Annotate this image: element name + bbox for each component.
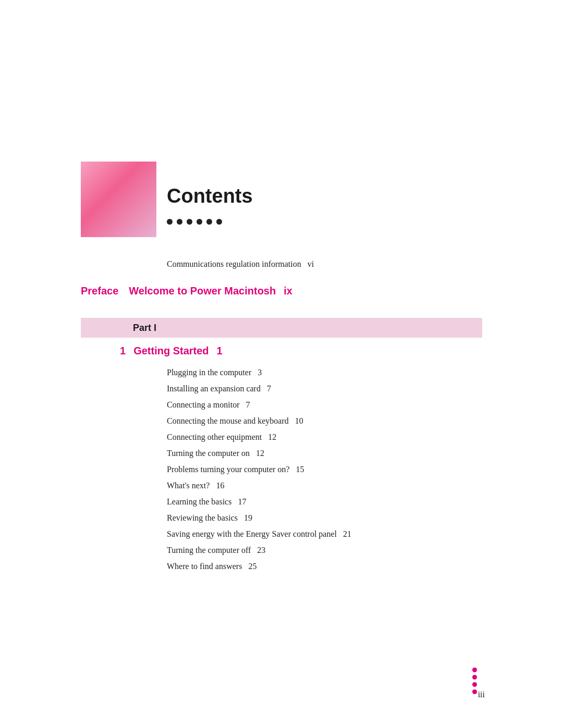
chapter-number: 1 [120, 345, 126, 357]
toc-entry-11-text: Turning the computer off [167, 546, 251, 555]
toc-entry-3-text: Connecting the mouse and keyboard [167, 416, 289, 426]
toc-entry-7-page: 16 [216, 481, 224, 490]
chapter-title: Getting Started [133, 345, 209, 357]
dot-1 [167, 219, 173, 225]
toc-entry-4: Connecting other equipment 12 [167, 433, 276, 442]
toc-entry-9-text: Reviewing the basics [167, 513, 238, 523]
dot-4 [197, 219, 202, 225]
toc-entry-3: Connecting the mouse and keyboard 10 [167, 416, 303, 426]
toc-entry-6-page: 15 [296, 465, 304, 474]
toc-entry-1-page: 7 [267, 384, 271, 393]
bottom-dot-3 [472, 682, 477, 687]
toc-entry-1-text: Installing an expansion card [167, 384, 261, 393]
page-number: iii [478, 690, 485, 699]
toc-entry-1: Installing an expansion card 7 [167, 384, 271, 393]
toc-entry-11: Turning the computer off 23 [167, 546, 265, 555]
toc-entry-0-text: Plugging in the computer [167, 368, 251, 377]
toc-entry-8-text: Learning the basics [167, 497, 231, 507]
bottom-dots-decoration [472, 668, 477, 694]
toc-entry-2: Connecting a monitor 7 [167, 400, 250, 410]
toc-entry-4-page: 12 [268, 433, 276, 442]
toc-entry-4-text: Connecting other equipment [167, 433, 262, 442]
toc-entry-5: Turning the computer on 12 [167, 449, 264, 458]
toc-communications-page: vi [308, 260, 314, 269]
page-container: Contents Communications regulation infor… [0, 0, 563, 728]
dot-2 [177, 219, 182, 225]
toc-entry-3-page: 10 [295, 416, 303, 426]
toc-entry-12-text: Where to find answers [167, 562, 242, 571]
dot-3 [187, 219, 192, 225]
dot-6 [216, 219, 222, 225]
toc-entry-6: Problems turning your computer on? 15 [167, 465, 304, 474]
toc-entry-8-page: 17 [238, 497, 246, 507]
chapter-page: 1 [217, 345, 223, 357]
preface-title: Welcome to Power Macintosh [129, 285, 276, 297]
toc-entry-10-page: 21 [343, 529, 351, 539]
page-title: Contents [167, 185, 253, 207]
toc-entry-10-text: Saving energy with the Energy Saver cont… [167, 529, 337, 539]
toc-entry-2-page: 7 [246, 400, 250, 410]
part-label: Part I [133, 323, 156, 334]
toc-entry-10: Saving energy with the Energy Saver cont… [167, 529, 351, 539]
toc-entry-11-page: 23 [257, 546, 265, 555]
bottom-dot-1 [472, 668, 477, 672]
toc-entry-6-text: Problems turning your computer on? [167, 465, 290, 474]
toc-entry-9-page: 19 [244, 513, 252, 523]
decorative-square [81, 162, 156, 237]
bottom-dot-4 [472, 689, 477, 694]
toc-entry-7-text: What's next? [167, 481, 210, 490]
toc-entry-7: What's next? 16 [167, 481, 224, 490]
toc-entry-12-page: 25 [248, 562, 256, 571]
toc-entry-2-text: Connecting a monitor [167, 400, 240, 410]
toc-entry-5-text: Turning the computer on [167, 449, 250, 458]
toc-entry-0: Plugging in the computer 3 [167, 368, 262, 377]
toc-communications-text: Communications regulation information [167, 260, 301, 269]
toc-chapter1: 1 Getting Started 1 [120, 345, 223, 357]
preface-page: ix [284, 285, 292, 297]
toc-entry-8: Learning the basics 17 [167, 497, 246, 507]
bottom-dot-2 [472, 675, 477, 680]
toc-entry-12: Where to find answers 25 [167, 562, 256, 571]
toc-entry-9: Reviewing the basics 19 [167, 513, 252, 523]
toc-entry-5-page: 12 [256, 449, 264, 458]
preface-label: Preface [81, 285, 118, 297]
dot-5 [206, 219, 212, 225]
toc-communications: Communications regulation information vi [167, 260, 314, 269]
toc-preface: Preface Welcome to Power Macintosh ix [81, 285, 292, 297]
toc-entry-0-page: 3 [258, 368, 262, 377]
dots-decoration [167, 219, 222, 225]
part-banner: Part I [81, 318, 482, 338]
